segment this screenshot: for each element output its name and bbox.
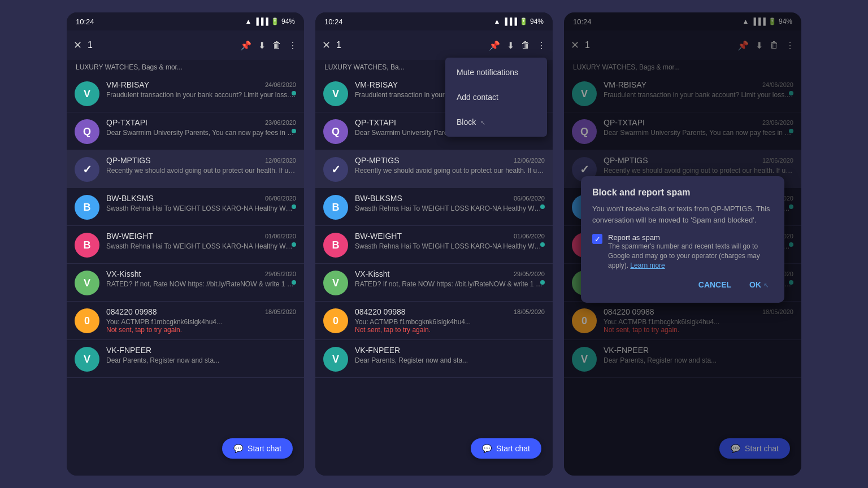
close-icon[interactable]: ✕ [73,39,82,51]
chat-header: VM-RBISAY 24/06/2020 [106,80,296,89]
chat-name: BW-WEIGHT [355,232,402,241]
chat-content: VM-RBISAY 24/06/2020 Fraudulent transact… [106,80,296,99]
chat-content: BW-WEIGHT 01/06/2020 Swasth Rehna Hai To… [106,232,296,250]
unread-indicator [292,204,296,209]
chat-item[interactable]: Q QP-TXTAPI 23/06/2020 Dear Swarrnim Uni… [67,112,304,150]
app-container: 10:24 ▲ ▐▐▐ 🔋 94% ✕ 1 📌 ⬇ 🗑 ⋮ LUXURY WAT… [0,0,868,488]
block-dialog: Block and report spam You won't receive … [581,176,784,303]
avatar: B [323,233,348,258]
unread-indicator [292,242,296,247]
chat-name: QP-TXTAPI [106,118,147,127]
chat-header: VK-FNPEER [355,346,545,355]
chat-item[interactable]: 0 084220 09988 18/05/2020 You: ACTMPB f1… [315,302,553,340]
delete-icon[interactable]: 🗑 [272,40,281,50]
chat-date: 24/06/2020 [265,81,296,88]
chat-content: QP-TXTAPI 23/06/2020 Dear Swarrnim Unive… [106,118,296,137]
chat-content: VX-Kissht 29/05/2020 RATED? If not, Rate… [106,269,296,288]
avatar: 0 [75,308,99,333]
chat-content: BW-BLKSMS 06/06/2020 Swasth Rehna Hai To… [106,194,296,212]
status-time: 10:24 [76,18,94,26]
chat-name: QP-MPTIGS [355,156,400,165]
ok-button[interactable]: OK ↖ [745,278,773,291]
chat-header: 084220 09988 18/05/2020 [106,307,296,316]
avatar [323,157,348,182]
chat-item[interactable]: V VM-RBISAY 24/06/2020 Fraudulent transa… [67,75,304,112]
chat-date: 01/06/2020 [514,233,545,239]
chat-preview: You: ACTMPB f1mbcgknk6lsigk4hu4... [106,318,296,326]
avatar: V [323,271,348,295]
chat-item[interactable]: V VX-Kissht 29/05/2020 RATED? If not, Ra… [315,264,553,302]
chat-item[interactable]: V VK-FNPEER Dear Parents, Register now a… [67,340,304,378]
chat-date: 18/05/2020 [265,308,296,315]
pin-icon[interactable]: 📌 [240,40,251,51]
battery-icon: 🔋 [271,18,279,25]
start-chat-button[interactable]: 💬Start chat [471,438,541,459]
avatar: B [75,195,99,220]
unread-indicator [540,280,545,285]
battery-percent: 94% [530,18,544,25]
chat-preview: Swasth Rehna Hai To WEIGHT LOSS KARO-NA … [355,242,545,250]
cursor-indicator: ↖ [480,119,485,126]
checkbox-check-icon: ✓ [594,235,601,243]
dropdown-item-0[interactable]: Mute notifications [445,60,547,85]
dropdown-item-label: Block [457,117,476,127]
chat-name: QP-TXTAPI [355,118,396,127]
avatar: V [75,81,99,106]
learn-more-link[interactable]: Learn more [630,262,665,269]
pin-icon[interactable]: 📌 [489,40,500,51]
chat-preview: Fraudulent transaction in your bank acco… [106,91,296,99]
chat-content: VK-FNPEER Dear Parents, Register now and… [355,346,545,364]
more-icon[interactable]: ⋮ [537,40,546,51]
chat-header: QP-MPTIGS 12/06/2020 [355,156,545,165]
chat-name: BW-BLKSMS [106,194,154,203]
cancel-button[interactable]: Cancel [694,278,736,291]
chat-content: VK-FNPEER Dear Parents, Register now and… [106,346,296,364]
chat-preview-error: Not sent, tap to try again. [355,326,545,334]
report-spam-checkbox[interactable]: ✓ [592,234,602,244]
dialog-checkbox-row: ✓ Report as spam The spammer's number an… [592,233,773,270]
top-bar: ✕ 1 📌 ⬇ 🗑 ⋮ [67,30,304,60]
chat-date: 12/06/2020 [265,157,296,164]
chat-item[interactable]: 0 084220 09988 18/05/2020 You: ACTMPB f1… [67,302,304,340]
phone-2: 10:24 ▲ ▐▐▐ 🔋 94% ✕ 1 📌 ⬇ 🗑 ⋮ LUXURY WAT… [315,12,553,476]
chat-header: VX-Kissht 29/05/2020 [106,269,296,278]
dropdown-item-2[interactable]: Block↖ [445,110,547,134]
dropdown-item-1[interactable]: Add contact [445,85,547,110]
chat-date: 29/05/2020 [265,271,296,277]
start-chat-label: Start chat [496,444,530,453]
start-chat-button[interactable]: 💬Start chat [222,438,293,459]
chat-item[interactable]: B BW-BLKSMS 06/06/2020 Swasth Rehna Hai … [67,188,304,226]
dropdown-menu: Mute notificationsAdd contactBlock↖ [445,58,547,137]
chat-content: 084220 09988 18/05/2020 You: ACTMPB f1mb… [106,307,296,334]
status-icons: ▲ ▐▐▐ 🔋 94% [245,18,295,25]
chat-preview: Recently we should avoid going out to pr… [106,167,296,175]
chat-item[interactable]: B BW-WEIGHT 01/06/2020 Swasth Rehna Hai … [67,226,304,264]
chat-item[interactable]: QP-MPTIGS 12/06/2020 Recently we should … [67,150,304,188]
chat-name: VM-RBISAY [355,80,398,89]
dialog-actions: Cancel OK ↖ [592,278,773,291]
chat-preview: Swasth Rehna Hai To WEIGHT LOSS KARO-NA … [106,242,296,250]
chat-name: BW-BLKSMS [355,194,402,203]
chat-item[interactable]: V VK-FNPEER Dear Parents, Register now a… [315,340,553,378]
chat-item[interactable]: V VX-Kissht 29/05/2020 RATED? If not, Ra… [67,264,304,302]
checkbox-description: The spammer's number and recent texts wi… [608,242,773,270]
chat-preview: RATED? If not, Rate NOW https: //bit.ly/… [355,280,545,288]
archive-icon[interactable]: ⬇ [507,40,514,51]
chat-header: BW-BLKSMS 06/06/2020 [106,194,296,203]
chat-preview: Dear Parents, Register now and sta... [106,356,296,364]
chat-date: 23/06/2020 [265,119,296,126]
dialog-body: You won't receive calls or texts from QP… [592,203,773,225]
unread-indicator [292,280,296,285]
chat-date: 12/06/2020 [514,157,545,164]
close-icon[interactable]: ✕ [322,39,331,51]
chat-item[interactable]: B BW-BLKSMS 06/06/2020 Swasth Rehna Hai … [315,188,553,226]
archive-icon[interactable]: ⬇ [258,40,266,51]
top-bar-actions: 📌 ⬇ 🗑 ⋮ [489,40,546,51]
chat-item[interactable]: B BW-WEIGHT 01/06/2020 Swasth Rehna Hai … [315,226,553,264]
more-icon[interactable]: ⋮ [288,40,297,51]
chat-content: VX-Kissht 29/05/2020 RATED? If not, Rate… [355,269,545,288]
phone-1: 10:24 ▲ ▐▐▐ 🔋 94% ✕ 1 📌 ⬇ 🗑 ⋮ LUXURY WAT… [67,12,304,476]
avatar: V [75,271,99,295]
delete-icon[interactable]: 🗑 [521,40,530,50]
chat-item[interactable]: QP-MPTIGS 12/06/2020 Recently we should … [315,150,553,188]
